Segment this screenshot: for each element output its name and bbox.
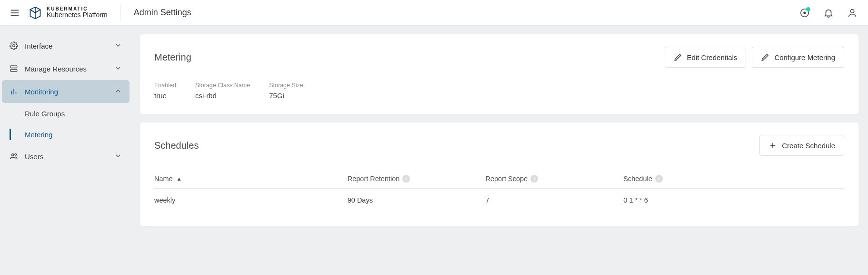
chevron-down-icon [114,152,122,161]
sidebar-item-label: Interface [25,42,114,50]
field-label: Storage Class Name [195,82,250,89]
kubermatic-logo-icon [29,6,42,20]
button-label: Edit Credentials [687,53,738,61]
field-value: true [154,92,176,100]
metering-card: Metering Edit Credentials Configure Mete… [140,34,858,114]
server-icon [8,64,20,73]
sidebar-item-monitoring[interactable]: Monitoring [2,80,130,103]
sidebar-item-label: Users [25,153,114,161]
sidebar-subitem-rule-groups[interactable]: Rule Groups [0,103,131,124]
chevron-down-icon [114,64,122,73]
sidebar-item-label: Rule Groups [25,110,65,118]
field-label: Storage Size [269,82,303,89]
field-enabled: Enabled true [154,82,176,100]
cell-schedule: 0 1 * * 6 [623,189,844,212]
sidebar-item-label: Manage Resources [25,65,114,73]
sidebar-subitem-metering[interactable]: Metering [0,124,131,145]
brand-line2: Kubernetes Platform [47,11,108,19]
svg-point-14 [12,154,14,156]
field-storage-size: Storage Size 75Gi [269,82,303,100]
account-button[interactable] [845,6,859,20]
configure-metering-button[interactable]: Configure Metering [752,47,844,68]
user-icon [847,8,858,18]
column-label: Name [154,175,173,183]
info-icon[interactable]: i [530,175,538,183]
field-value: 75Gi [269,92,303,100]
edit-credentials-button[interactable]: Edit Credentials [665,47,747,68]
svg-rect-8 [10,70,17,72]
svg-point-5 [850,9,854,12]
hamburger-icon [10,8,20,18]
cell-retention: 90 Days [348,189,486,212]
topbar: KUBERMATIC Kubernetes Platform Admin Set… [0,0,868,26]
sidebar: Interface Manage Resources Monitoring [0,26,131,275]
page-title: Admin Settings [134,8,191,18]
schedules-table: Name ▲ Report Retention i [154,170,844,212]
notification-dot [806,7,810,11]
pencil-icon [674,53,682,61]
column-header-report-scope[interactable]: Report Scope i [486,170,624,189]
svg-point-15 [15,153,17,155]
notifications-button[interactable] [821,6,836,20]
svg-rect-7 [10,66,17,68]
sidebar-item-interface[interactable]: Interface [2,34,130,57]
svg-point-4 [803,11,806,14]
column-header-name[interactable]: Name ▲ [154,170,348,189]
cell-name: weekly [154,189,348,212]
sidebar-item-manage-resources[interactable]: Manage Resources [2,57,130,80]
field-value: csi-rbd [195,92,250,100]
gear-icon [8,41,20,50]
create-schedule-button[interactable]: Create Schedule [759,135,844,156]
brand-logo[interactable]: KUBERMATIC Kubernetes Platform [29,4,120,21]
menu-toggle-button[interactable] [4,2,26,24]
info-icon[interactable]: i [655,175,663,183]
svg-point-6 [13,45,15,47]
field-storage-class: Storage Class Name csi-rbd [195,82,250,100]
field-label: Enabled [154,82,176,89]
sort-ascending-icon: ▲ [177,176,182,182]
sidebar-item-label: Monitoring [25,88,114,96]
changelog-button[interactable] [798,6,812,20]
column-header-schedule[interactable]: Schedule i [623,170,844,189]
column-label: Report Scope [486,175,528,183]
sidebar-item-label: Metering [25,131,52,139]
brand-text: KUBERMATIC Kubernetes Platform [47,7,108,19]
table-row[interactable]: weekly 90 Days 7 0 1 * * 6 [154,189,844,212]
plus-icon [768,141,777,150]
column-label: Report Retention [348,175,400,183]
sidebar-item-users[interactable]: Users [2,145,130,168]
bell-icon [823,8,834,18]
chevron-up-icon [114,87,122,96]
column-header-report-retention[interactable]: Report Retention i [348,170,486,189]
users-icon [8,152,20,161]
metering-title: Metering [154,52,191,63]
bar-chart-icon [8,87,20,96]
column-label: Schedule [623,175,652,183]
button-label: Configure Metering [774,53,835,61]
button-label: Create Schedule [782,142,835,150]
cell-scope: 7 [486,189,624,212]
schedules-title: Schedules [154,140,199,151]
pencil-icon [761,53,769,61]
topbar-actions [798,6,859,20]
main-content: Metering Edit Credentials Configure Mete… [131,26,868,275]
info-icon[interactable]: i [402,175,410,183]
chevron-down-icon [114,41,122,51]
schedules-card: Schedules Create Schedule Name [140,122,858,226]
